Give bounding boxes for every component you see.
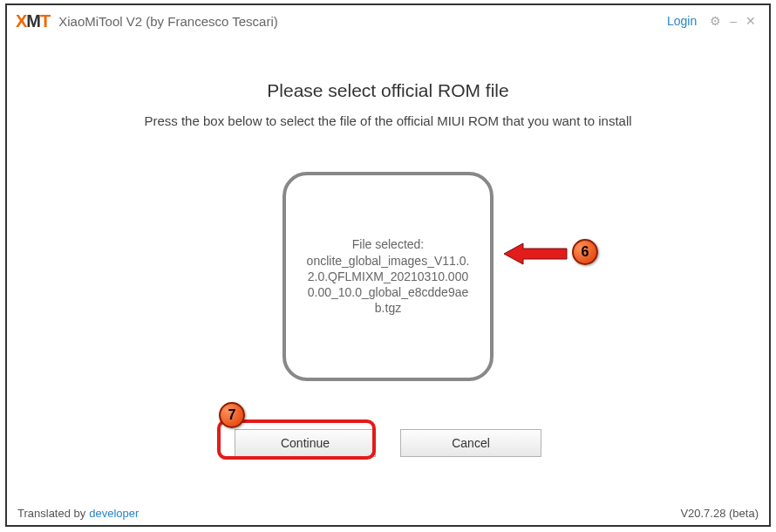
translated-by-label: Translated by [17,507,85,520]
annotation-callout-6: 6 [572,239,598,265]
main-content: Please select official ROM file Press th… [7,37,769,490]
page-heading: Please select official ROM file [7,80,769,101]
button-row: Continue Cancel [7,429,769,457]
annotation-highlight-7 [217,419,376,460]
close-icon[interactable]: ✕ [745,14,756,28]
logo-t: T [40,11,50,31]
settings-gear-icon[interactable]: ⚙ [710,14,721,28]
logo-m: M [26,11,40,31]
svg-marker-0 [504,243,567,264]
app-window: XMT XiaoMiTool V2 (by Francesco Tescari)… [5,3,771,527]
titlebar: XMT XiaoMiTool V2 (by Francesco Tescari)… [7,5,769,37]
cancel-button[interactable]: Cancel [400,429,541,457]
annotation-callout-7: 7 [219,402,245,428]
login-link[interactable]: Login [667,14,697,28]
developer-link[interactable]: developer [89,507,139,520]
file-selected-label: File selected: [352,237,424,251]
minimize-icon[interactable]: – [730,14,737,28]
logo-x: X [16,11,26,31]
annotation-arrow-icon [504,242,568,266]
version-label: V20.7.28 (beta) [680,507,759,520]
window-title: XiaoMiTool V2 (by Francesco Tescari) [58,14,667,29]
footer: Translated by developer V20.7.28 (beta) [7,501,769,525]
page-subheading: Press the box below to select the file o… [7,113,769,128]
file-selected-name: onclite_global_images_V11.0.2.0.QFLMIXM_… [303,253,473,317]
app-logo: XMT [16,11,50,31]
file-select-box[interactable]: File selected: onclite_global_images_V11… [282,172,494,381]
